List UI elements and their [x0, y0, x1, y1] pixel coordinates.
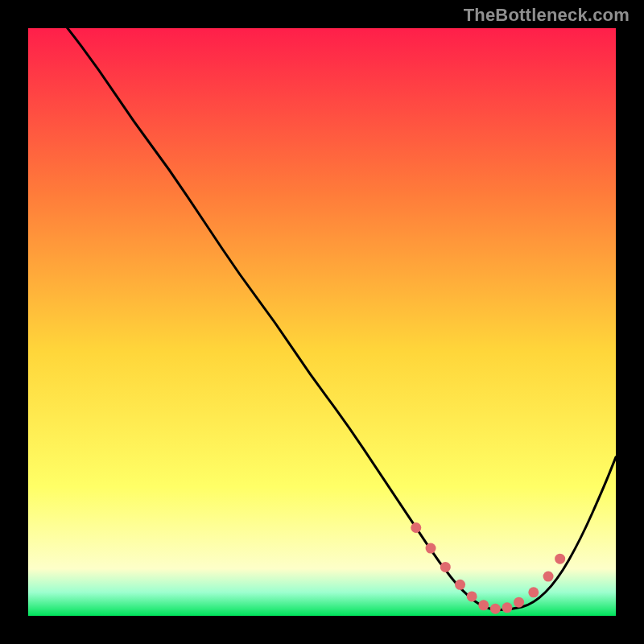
valley-dot: [440, 562, 451, 572]
valley-dot: [502, 602, 512, 613]
valley-dot: [411, 522, 421, 533]
valley-dot: [467, 591, 477, 601]
valley-dot: [490, 604, 501, 614]
chart-frame: TheBottleneck.com: [0, 0, 644, 644]
valley-dot: [478, 600, 489, 610]
valley-dot: [514, 597, 524, 608]
valley-dot: [528, 587, 539, 597]
bottleneck-curve: [28, 28, 616, 610]
valley-dot: [455, 580, 465, 590]
plot-area: [28, 28, 616, 616]
watermark-text: TheBottleneck.com: [464, 5, 630, 26]
valley-dot: [543, 572, 554, 582]
bottleneck-curve-svg: [28, 28, 616, 616]
valley-dots: [411, 522, 565, 614]
valley-dot: [426, 543, 436, 554]
valley-dot: [555, 554, 565, 564]
